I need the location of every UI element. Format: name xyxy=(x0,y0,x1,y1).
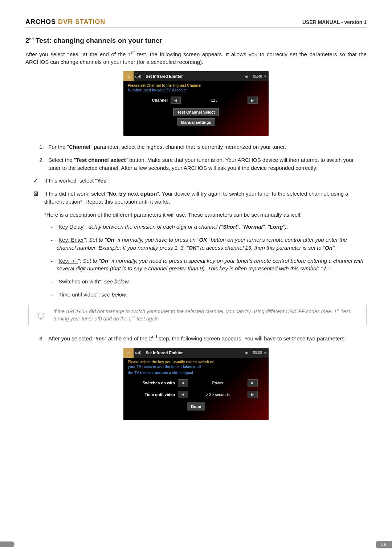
screenshot-1-body: Please set Channel to the Highest Channe… xyxy=(123,81,269,136)
home-icon: ⌂ xyxy=(123,348,134,358)
check-ok-item: If this worked, select "Yes". xyxy=(33,177,367,185)
parameters-list: "Key Delay": delay between the emission … xyxy=(25,223,367,298)
time-until-right-arrow: ▶ xyxy=(248,391,258,398)
test-channel-button: Test Channel Select xyxy=(173,108,219,116)
check-no-item: If this did not work, select "No, try ne… xyxy=(33,190,367,206)
screenshot-2-sub1: your TV receiver and the time it takes u… xyxy=(123,365,269,371)
time-until-row: Time until video ◀ > 30 seconds ▶ xyxy=(123,389,269,400)
list-item: "Key: -/--": Set to "On" if normally, yo… xyxy=(51,257,367,273)
screenshot-2-sub2: the TV receiver outputs a video signal xyxy=(123,371,269,377)
screenshot-2-status: ◀ 09:09 ≡ xyxy=(241,348,269,357)
lightbulb-icon xyxy=(34,308,48,322)
screenshot-2-topbar: ⌂ ▭)) Set Infrared Emitter ◀ 09:09 ≡ xyxy=(123,348,269,358)
switches-value: Power xyxy=(188,381,248,385)
tip-box: If the ARCHOS did not manage to switch y… xyxy=(28,304,367,327)
brand-archos: ARCHOS xyxy=(25,18,56,25)
screenshot-1-status: ◀ 05:48 ≡ xyxy=(241,71,269,81)
svg-line-3 xyxy=(44,313,45,314)
list-item: After you selected "Yes" at the end of t… xyxy=(45,334,367,343)
screenshot-2-title: Set Infrared Emitter xyxy=(143,351,185,355)
list-item: "Key Delay": delay between the emission … xyxy=(51,223,367,231)
channel-row: Channel ◀ 123 ▶ xyxy=(123,94,269,106)
menu-icon: ≡ xyxy=(264,74,266,78)
switches-label: Switches on with xyxy=(134,381,178,385)
home-icon: ⌂ xyxy=(123,71,134,81)
back-icon: ◀ xyxy=(241,348,251,357)
page-footer: 16 xyxy=(0,540,392,549)
switches-left-arrow: ◀ xyxy=(178,379,188,387)
svg-point-0 xyxy=(38,313,44,319)
footer-decor-left xyxy=(0,541,15,547)
list-item: "Key: Enter": Set to "On" if normally, y… xyxy=(51,236,367,252)
time-until-label: Time until video xyxy=(134,392,178,397)
time-until-left-arrow: ◀ xyxy=(178,391,188,398)
list-item: "Time until video": see below. xyxy=(51,291,367,299)
channel-left-arrow: ◀ xyxy=(171,97,181,104)
page: ARCHOS DVR STATION USER MANUAL - version… xyxy=(0,0,392,556)
section-heading: 2nd Test: changing channels on your tune… xyxy=(25,37,367,45)
time-until-value: > 30 seconds xyxy=(188,392,248,397)
screenshot-1-title: Set Infrared Emitter xyxy=(143,74,185,78)
intro-paragraph: After you select "Yes" at the end of the… xyxy=(25,50,367,66)
manual-settings-button: Manual settings xyxy=(177,118,215,126)
page-header: ARCHOS DVR STATION USER MANUAL - version… xyxy=(25,18,367,28)
check-list: If this worked, select "Yes". If this di… xyxy=(25,177,367,205)
ordered-list-1: For the "Channel" parameter, select the … xyxy=(25,143,367,172)
tip-text: If the ARCHOS did not manage to switch y… xyxy=(53,308,361,323)
screenshot-2: ⌂ ▭)) Set Infrared Emitter ◀ 09:09 ≡ Ple… xyxy=(123,348,269,420)
parameters-note: *Here is a description of the different … xyxy=(44,211,367,219)
list-item: For the "Channel" parameter, select the … xyxy=(45,143,367,151)
time-label: 05:48 xyxy=(253,74,262,78)
screenshot-1: ⌂ ▭)) Set Infrared Emitter ◀ 05:48 ≡ Ple… xyxy=(123,71,269,136)
ordered-list-2: After you selected "Yes" at the end of t… xyxy=(25,334,367,343)
time-label: 09:09 xyxy=(253,351,262,355)
remote-icon: ▭)) xyxy=(134,74,143,79)
screenshot-2-body: Please select the key you usually use to… xyxy=(123,358,269,420)
switches-right-arrow: ▶ xyxy=(248,379,258,387)
screenshot-2-warn: Please select the key you usually use to… xyxy=(123,358,269,365)
back-icon: ◀ xyxy=(241,71,251,81)
done-button: Done xyxy=(187,402,205,410)
channel-label: Channel xyxy=(134,98,171,102)
channel-right-arrow: ▶ xyxy=(248,97,258,104)
page-number: 16 xyxy=(376,541,392,548)
screenshot-1-sub: Number used by your TV Receiver xyxy=(123,88,269,94)
menu-icon: ≡ xyxy=(264,351,266,355)
list-item: Select the "Test channel select" button.… xyxy=(45,156,367,172)
svg-line-2 xyxy=(37,313,38,314)
brand-logo: ARCHOS DVR STATION xyxy=(25,18,105,26)
brand-dvr: DVR STATION xyxy=(56,18,105,25)
screenshot-1-topbar: ⌂ ▭)) Set Infrared Emitter ◀ 05:48 ≡ xyxy=(123,71,269,81)
list-item: "Switches on with": see below. xyxy=(51,278,367,286)
switches-row: Switches on with ◀ Power ▶ xyxy=(123,377,269,389)
remote-icon: ▭)) xyxy=(134,350,143,355)
header-manual-version: USER MANUAL - version 1 xyxy=(302,19,367,25)
channel-value: 123 xyxy=(181,98,248,102)
screenshot-1-warn: Please set Channel to the Highest Channe… xyxy=(123,81,269,88)
